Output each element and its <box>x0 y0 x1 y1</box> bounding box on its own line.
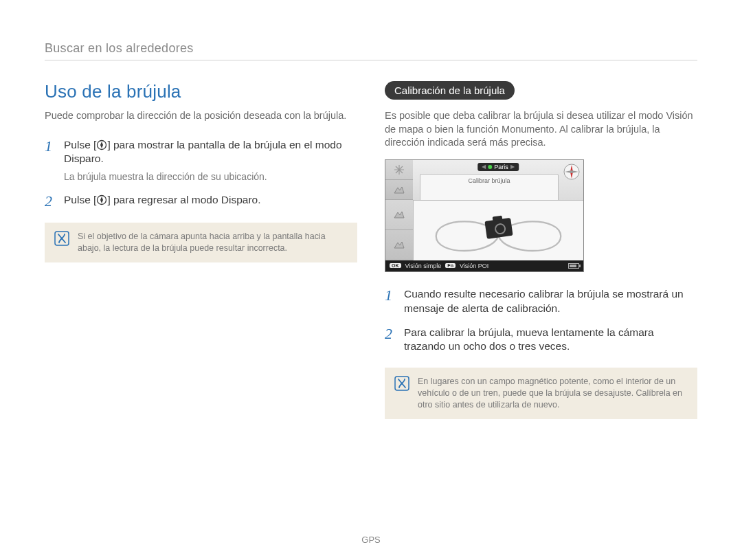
footer-left-label: Visión simple <box>405 262 442 269</box>
footer-right-label: Visión POI <box>460 262 488 269</box>
battery-icon <box>568 263 579 269</box>
page-footer-label: GPS <box>361 535 380 545</box>
step-2-right: 2 Para calibrar la brújula, mueva lentam… <box>385 326 697 355</box>
step-number: 2 <box>45 193 64 209</box>
status-dot-icon <box>488 165 492 169</box>
right-column: Calibración de la brújula Es posible que… <box>385 81 697 419</box>
compass-button-icon <box>96 139 107 150</box>
section-title: Uso de la brújula <box>45 81 357 102</box>
mountain-icon <box>394 239 405 250</box>
step-text-post: ] para regresar al modo Disparo. <box>107 194 260 205</box>
ss-sidebar-icon <box>385 160 413 180</box>
calibration-panel: Calibrar brújula <box>420 174 559 200</box>
step-text: Cuando resulte necesario calibrar la brú… <box>404 287 697 316</box>
chevron-right-icon: ▶ <box>510 164 515 170</box>
note-box: En lugares con un campo magnético potent… <box>385 368 697 419</box>
step-2: 2 Pulse [] para regresar al modo Disparo… <box>45 193 357 209</box>
ss-sidebar-icon <box>385 230 413 260</box>
camera-icon <box>484 218 513 239</box>
step-text: Para calibrar la brújula, mueva lentamen… <box>404 326 697 355</box>
note-text: En lugares con un campo magnético potent… <box>418 376 688 411</box>
section-intro: Puede comprobar la dirección de la posic… <box>45 109 357 123</box>
snowflake-icon <box>394 164 405 175</box>
mountain-icon <box>394 209 405 220</box>
step-subtext: La brújula muestra la dirección de su ub… <box>64 170 357 183</box>
step-number: 2 <box>385 326 404 341</box>
note-icon <box>394 376 409 391</box>
ss-sidebar-icon <box>385 180 413 200</box>
compass-rose-icon <box>563 163 581 181</box>
breadcrumb: Buscar en los alrededores <box>45 41 697 56</box>
step-1: 1 Pulse [] para mostrar la pantalla de l… <box>45 138 357 184</box>
chevron-left-icon: ◀ <box>482 164 486 170</box>
ok-key-icon: OK <box>390 263 401 268</box>
divider <box>45 60 697 60</box>
step-text-pre: Pulse [ <box>64 194 96 205</box>
step-1-right: 1 Cuando resulte necesario calibrar la b… <box>385 287 697 316</box>
location-chip-label: Paris <box>494 164 508 170</box>
step-text: Pulse [] para regresar al modo Disparo. <box>64 193 357 208</box>
compass-button-icon <box>96 194 107 205</box>
step-text-pre: Pulse [ <box>64 139 96 150</box>
left-column: Uso de la brújula Puede comprobar la dir… <box>45 81 357 419</box>
subsection-intro: Es posible que deba calibrar la brújula … <box>385 109 697 150</box>
fn-key-icon: Fn <box>445 263 456 268</box>
note-box: Si el objetivo de la cámara apunta hacia… <box>45 223 357 262</box>
note-icon <box>54 231 69 246</box>
mountain-icon <box>394 184 405 195</box>
calibration-panel-label: Calibrar brújula <box>420 175 558 184</box>
content-columns: Uso de la brújula Puede comprobar la dir… <box>45 81 697 419</box>
step-number: 1 <box>385 287 404 303</box>
ss-sidebar-icon <box>385 200 413 230</box>
location-chip: ◀ Paris ▶ <box>477 163 519 171</box>
step-number: 1 <box>45 138 64 154</box>
camera-screenshot: ◀ Paris ▶ Calibrar brújula <box>385 159 697 272</box>
note-text: Si el objetivo de la cámara apunta hacia… <box>78 231 348 254</box>
step-text: Pulse [] para mostrar la pantalla de la … <box>64 138 357 167</box>
subsection-pill: Calibración de la brújula <box>385 81 515 100</box>
